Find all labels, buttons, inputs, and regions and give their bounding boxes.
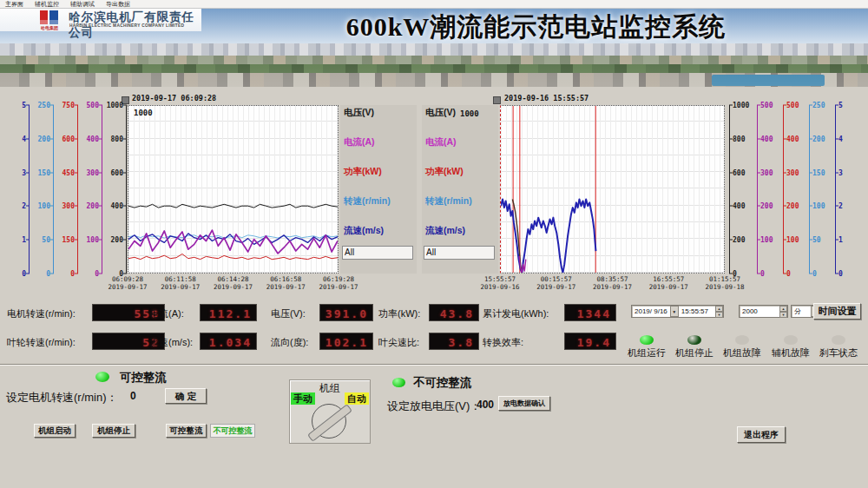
axis-tickmark: [783, 138, 786, 139]
axis-tick-label: 1000: [733, 102, 749, 109]
axis-tickmark: [835, 206, 838, 207]
y-axis-电压(V): 10008006004002000: [729, 105, 752, 274]
status-lamp-label: 辅机故障: [772, 346, 810, 359]
axis-tickmark: [835, 138, 838, 139]
axis-tickmark: [26, 274, 30, 274]
x-tick-label: 08:35:572019-09-17: [593, 275, 632, 291]
x-tick-label: 06:09:282019-09-17: [108, 275, 147, 291]
legend-item-转速(r/min): 转速(r/min): [344, 195, 391, 208]
datetime-date: 2019/ 9/16: [632, 307, 667, 315]
legend-all-dropdown[interactable]: All: [342, 246, 413, 260]
axis-tickmark: [783, 274, 786, 274]
y-axis-功率(kW): 7506004503001500: [56, 105, 78, 274]
unit-stop-button[interactable]: 机组停止: [92, 424, 135, 438]
axis-tick-label: 3: [838, 168, 843, 176]
set-voltage-value[interactable]: 400: [477, 399, 494, 411]
status-lamp-机组故障: [735, 335, 749, 345]
axis-tickmark: [26, 206, 30, 207]
axis-tick-label: 1000: [107, 102, 123, 109]
readout-label: 电机转速(r/min):: [7, 307, 76, 320]
datetime-time: 15:55:57: [679, 307, 708, 315]
axis-tick-label: 200: [38, 135, 50, 142]
menu-item-导出数据[interactable]: 导出数据: [106, 0, 130, 9]
axis-tickmark: [729, 172, 733, 173]
y-axis-转速(r/min): 5004003002001000: [757, 105, 779, 274]
confirm-speed-button[interactable]: 确 定: [165, 388, 207, 404]
interval-spinner[interactable]: ▲▼: [779, 306, 787, 317]
axis-tick-label: 0: [838, 270, 843, 278]
axis-tick-label: 150: [62, 236, 75, 244]
status-lamp-机组运行: [640, 335, 654, 345]
chart-left-inner-label: 1000: [134, 109, 153, 117]
axis-tickmark: [783, 240, 786, 241]
chart-left-timestamp: 2019-09-17 06:09:28: [132, 94, 216, 102]
datetime-dropdown-icon[interactable]: ▼: [670, 306, 679, 317]
axis-tickmark: [783, 105, 786, 106]
axis-tick-label: 400: [733, 202, 745, 210]
chart-drag-handle[interactable]: [493, 96, 501, 104]
axis-tick-label: 800: [733, 135, 745, 142]
axis-tick-label: 200: [812, 135, 825, 142]
axis-tick-label: 300: [62, 202, 75, 210]
datetime-spinner[interactable]: ▲▼: [715, 306, 723, 317]
axis-tick-label: 300: [760, 168, 773, 176]
axis-tickmark: [75, 172, 78, 173]
axis-tick-label: 750: [62, 102, 75, 109]
axis-line: [783, 105, 784, 274]
axis-tick-label: 500: [760, 102, 773, 109]
axis-tick-label: 150: [812, 168, 825, 176]
axis-tickmark: [50, 274, 54, 274]
axis-tick-label: 300: [87, 168, 99, 176]
status-lamp-label: 刹车状态: [819, 346, 858, 359]
interval-input[interactable]: 2000 ▲▼: [739, 305, 788, 318]
axis-line: [102, 105, 102, 274]
axis-tickmark: [99, 105, 102, 106]
menu-item-辅助调试[interactable]: 辅助调试: [70, 0, 95, 9]
axis-tick-label: 450: [62, 168, 75, 176]
axis-tick-label: 50: [812, 236, 821, 244]
scr-status-lamp: [95, 372, 109, 382]
axis-tick-label: 100: [786, 236, 799, 244]
set-speed-value[interactable]: 0: [130, 390, 136, 402]
page-title: 600kW潮流能示范电站监控系统: [213, 10, 859, 45]
axis-tick-label: 5: [838, 102, 843, 109]
y-axis-电流(A): 250200150100500: [809, 105, 832, 274]
axis-tickmark: [99, 138, 102, 139]
set-speed-label: 设定电机转速(r/min)：: [6, 390, 118, 406]
axis-tickmark: [99, 172, 102, 173]
legend-item-功率(kW): 功率(kW): [344, 166, 382, 178]
axis-tickmark: [729, 240, 733, 241]
manual-mode-tag[interactable]: 手动: [291, 392, 315, 405]
axis-tick-label: 500: [786, 102, 799, 109]
time-set-button[interactable]: 时间设置: [813, 303, 861, 320]
axis-tick-label: 100: [87, 236, 99, 244]
axis-line: [757, 105, 758, 274]
x-tick-label: 06:19:282019-09-17: [319, 275, 358, 291]
legend-item-电流(A): 电流(A): [425, 136, 457, 148]
scr-mode-button[interactable]: 可控整流: [166, 424, 207, 438]
mode-selector-knob[interactable]: [312, 404, 346, 439]
axis-tick-label: 150: [38, 168, 50, 176]
axis-tickmark: [835, 274, 838, 274]
chart-right-plot[interactable]: [500, 105, 725, 274]
axis-tickmark: [729, 138, 733, 139]
axis-tickmark: [809, 206, 812, 207]
datetime-picker[interactable]: 2019/ 9/16 ▼ 15:55:57 ▲▼: [631, 305, 724, 318]
readout-led-display: 19.4: [564, 333, 616, 350]
chart-left-plot[interactable]: [128, 105, 339, 274]
axis-tickmark: [75, 206, 78, 207]
menu-item-主界面[interactable]: 主界面: [5, 0, 23, 9]
unit-start-button[interactable]: 机组启动: [34, 424, 76, 438]
exit-program-button[interactable]: 退出程序: [737, 426, 786, 443]
unscr-mode-button[interactable]: 不可控整流: [210, 424, 255, 438]
series-功率: [128, 254, 338, 259]
axis-tickmark: [50, 105, 54, 106]
legend-all-dropdown[interactable]: All: [424, 246, 495, 260]
axis-tickmark: [757, 240, 760, 241]
knob-handle[interactable]: [307, 404, 352, 442]
discharge-confirm-button[interactable]: 放电数据确认: [498, 396, 550, 411]
readout-label: 叶尖速比:: [378, 336, 419, 349]
menu-item-辅机监控[interactable]: 辅机监控: [35, 0, 59, 9]
unscr-status-lamp: [392, 378, 405, 387]
auto-mode-tag[interactable]: 自动: [345, 392, 369, 405]
